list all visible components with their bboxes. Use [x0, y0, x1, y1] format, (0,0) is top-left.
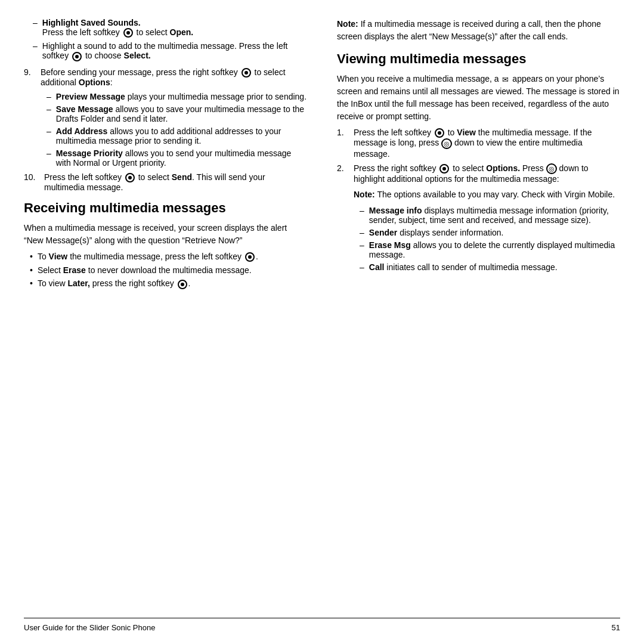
receiving-view-bullet: To View the multimedia message, press th…	[24, 252, 307, 262]
message-info-text: Message info displays multimedia message…	[369, 206, 620, 225]
softkey-icon-4	[125, 173, 135, 182]
viewing-step-2-text: Press the right softkey to select Option…	[354, 163, 620, 184]
saved-sounds-bold: Highlight Saved Sounds.	[42, 18, 141, 27]
softkey-icon-3	[242, 68, 251, 78]
right-column: Note: If a multimedia message is receive…	[331, 18, 620, 612]
softkey-icon-2	[72, 52, 82, 61]
viewing-heading: Viewing multimedia messages	[337, 51, 620, 67]
note-label-2: Note:	[354, 190, 375, 199]
scroll-icon-2: ◎	[546, 163, 557, 174]
content-area: Highlight Saved Sounds. Press the left s…	[24, 18, 620, 612]
send-bold: Send	[172, 172, 192, 182]
step-9-num: 9.	[24, 67, 37, 77]
receiving-dot-list: To View the multimedia message, press th…	[24, 252, 307, 289]
message-info-bullet: Message info displays multimedia message…	[354, 206, 620, 225]
step-10-text: Press the left softkey to select Send. T…	[44, 172, 307, 192]
select-bold: Select.	[124, 51, 151, 60]
receiving-later-bullet: To view Later, press the right softkey .	[24, 278, 307, 289]
step-10-num: 10.	[24, 172, 41, 182]
bullet-saved-sounds-text: Highlight Saved Sounds. Press the left s…	[42, 18, 193, 38]
softkey-icon-1	[123, 28, 133, 38]
options-subbullets: Message info displays multimedia message…	[337, 206, 620, 272]
erase-msg-bullet: Erase Msg allows you to delete the curre…	[354, 240, 620, 259]
note-options-text: Note: The options available to you may v…	[354, 188, 620, 201]
footer-left: User Guide for the Slider Sonic Phone	[24, 623, 155, 632]
viewing-step-1-num: 1.	[337, 128, 350, 137]
erase-msg-text: Erase Msg allows you to delete the curre…	[369, 240, 620, 259]
add-address-text: Add Address allows you to add additional…	[56, 126, 307, 145]
viewing-step-1: 1. Press the left softkey to View the mu…	[337, 128, 620, 159]
step-9-subbullets: Preview Message plays your multimedia me…	[24, 92, 307, 168]
page: Highlight Saved Sounds. Press the left s…	[0, 0, 644, 644]
footer: User Guide for the Slider Sonic Phone 51	[24, 618, 620, 632]
receiving-heading: Receiving multimedia messages	[24, 200, 307, 216]
softkey-icon-8	[439, 164, 449, 174]
bullet-highlight-sound: Highlight a sound to add to the multimed…	[24, 41, 307, 61]
add-address-bullet: Add Address allows you to add additional…	[41, 126, 307, 145]
softkey-icon-5	[245, 252, 255, 262]
softkey-icon-7	[435, 128, 444, 138]
top-note: Note: If a multimedia message is receive…	[337, 18, 620, 43]
call-text: Call initiates call to sender of multime…	[369, 262, 558, 272]
receiving-erase-bullet: Select Erase to never download the multi…	[24, 265, 307, 275]
viewing-step-2: 2. Press the right softkey to select Opt…	[337, 163, 620, 184]
viewing-step-2-num: 2.	[337, 163, 350, 173]
step-10: 10. Press the left softkey to select Sen…	[24, 172, 307, 192]
softkey-icon-6	[178, 280, 187, 289]
receiving-later-text: To view Later, press the right softkey .	[38, 278, 191, 289]
footer-right: 51	[612, 623, 620, 632]
message-priority-text: Message Priority allows you to send your…	[56, 148, 307, 168]
receiving-erase-text: Select Erase to never download the multi…	[38, 265, 252, 275]
receiving-view-text: To View the multimedia message, press th…	[38, 252, 258, 262]
step-9: 9. Before sending your message, press th…	[24, 67, 307, 87]
receiving-intro: When a multimedia message is received, y…	[24, 222, 307, 247]
call-bullet: Call initiates call to sender of multime…	[354, 262, 620, 272]
preview-message-text: Preview Message plays your multimedia me…	[56, 92, 306, 101]
note-label-1: Note:	[337, 19, 358, 29]
left-column: Highlight Saved Sounds. Press the left s…	[24, 18, 313, 612]
open-bold: Open.	[170, 27, 194, 37]
message-priority-bullet: Message Priority allows you to send your…	[41, 148, 307, 168]
viewing-intro: When you receive a multimedia message, a…	[337, 73, 620, 123]
note-options: Note: The options available to you may v…	[337, 188, 620, 201]
options-bold: Options	[79, 78, 110, 87]
sender-bullet: Sender displays sender information.	[354, 228, 620, 237]
step-9-text: Before sending your message, press the r…	[41, 67, 307, 87]
bullet-highlight-sound-text: Highlight a sound to add to the multimed…	[42, 41, 307, 61]
scroll-icon-1: ◎	[441, 138, 452, 149]
top-bullet-list: Highlight Saved Sounds. Press the left s…	[24, 18, 307, 61]
bullet-saved-sounds: Highlight Saved Sounds. Press the left s…	[24, 18, 307, 38]
preview-message-bullet: Preview Message plays your multimedia me…	[41, 92, 307, 101]
viewing-step-1-text: Press the left softkey to View the multi…	[354, 128, 620, 159]
envelope-icon: ✉	[502, 74, 509, 86]
sender-text: Sender displays sender information.	[369, 228, 504, 237]
save-message-text: Save Message allows you to save your mul…	[56, 104, 307, 123]
save-message-bullet: Save Message allows you to save your mul…	[41, 104, 307, 123]
